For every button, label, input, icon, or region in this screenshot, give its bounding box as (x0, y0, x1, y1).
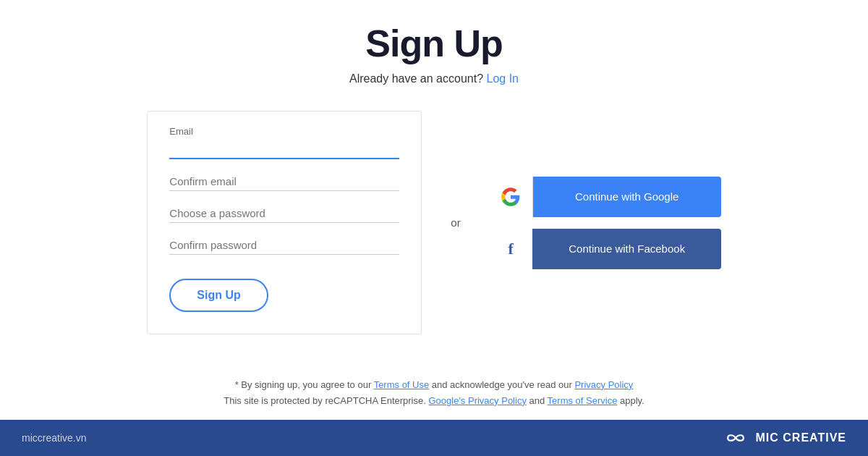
footer-legal: * By signing up, you agree to our Terms … (0, 363, 868, 420)
page-title: Sign Up (365, 22, 502, 65)
terms-of-service-link[interactable]: Terms of Service (548, 395, 618, 406)
main-content: Sign Up Already have an account? Log In … (0, 0, 868, 363)
social-buttons: Continue with Google f Continue with Fac… (490, 177, 721, 269)
login-link[interactable]: Log In (486, 72, 518, 85)
footer-bar: miccreative.vn MIC CREATIVE (0, 420, 868, 456)
email-label: Email (169, 126, 399, 137)
left-form: Email Sign Up (147, 111, 422, 334)
facebook-icon-area: f (490, 229, 533, 269)
legal-text-1: * By signing up, you agree to our (235, 379, 374, 390)
google-button-label: Continue with Google (533, 177, 721, 217)
legal-line-2: This site is protected by reCAPTCHA Ente… (14, 393, 854, 409)
subtitle: Already have an account? Log In (349, 72, 519, 85)
confirm-email-input[interactable] (169, 172, 399, 191)
footer-domain: miccreative.vn (22, 432, 86, 444)
signup-button[interactable]: Sign Up (169, 279, 268, 312)
legal-text-5: and (527, 395, 548, 406)
mic-creative-logo (723, 429, 749, 447)
google-icon-area (490, 177, 533, 217)
or-divider: or (451, 216, 460, 229)
google-privacy-link[interactable]: Google's Privacy Policy (428, 395, 526, 406)
terms-of-use-link[interactable]: Terms of Use (374, 379, 430, 390)
password-input[interactable] (169, 204, 399, 223)
legal-text-4: This site is protected by reCAPTCHA Ente… (224, 395, 428, 406)
privacy-policy-link[interactable]: Privacy Policy (574, 379, 633, 390)
confirm-password-input[interactable] (169, 236, 399, 255)
google-icon (501, 187, 521, 207)
legal-text-6: apply. (617, 395, 644, 406)
brand-right: MIC CREATIVE (723, 429, 846, 447)
facebook-button-label: Continue with Facebook (533, 229, 721, 269)
footer-brand-name: MIC CREATIVE (756, 431, 846, 444)
email-input[interactable] (169, 140, 399, 159)
facebook-signin-button[interactable]: f Continue with Facebook (490, 229, 721, 269)
confirm-email-field-group (169, 172, 399, 191)
legal-line-1: * By signing up, you agree to our Terms … (14, 377, 854, 393)
google-signin-button[interactable]: Continue with Google (490, 177, 721, 217)
confirm-password-field-group (169, 236, 399, 255)
facebook-icon: f (509, 240, 514, 258)
forms-area: Email Sign Up or (80, 111, 788, 334)
email-field-group: Email (169, 126, 399, 159)
subtitle-text: Already have an account? (349, 72, 483, 85)
legal-text-2: and acknowledge you've read our (429, 379, 574, 390)
password-field-group (169, 204, 399, 223)
